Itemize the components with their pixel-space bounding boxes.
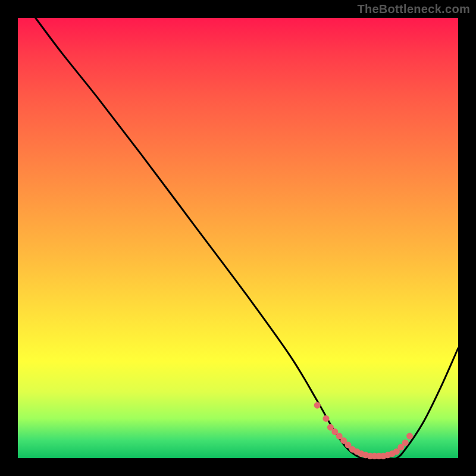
highlight-dot bbox=[323, 415, 330, 422]
highlight-dot bbox=[402, 440, 409, 446]
bottleneck-curve bbox=[36, 18, 458, 459]
plot-area bbox=[18, 18, 458, 458]
highlight-dots bbox=[314, 402, 413, 459]
watermark-text: TheBottleneck.com bbox=[357, 2, 470, 16]
highlight-dot bbox=[314, 402, 321, 409]
highlight-dot bbox=[406, 433, 413, 440]
curve-svg bbox=[18, 18, 458, 458]
chart-frame: TheBottleneck.com bbox=[0, 0, 476, 476]
